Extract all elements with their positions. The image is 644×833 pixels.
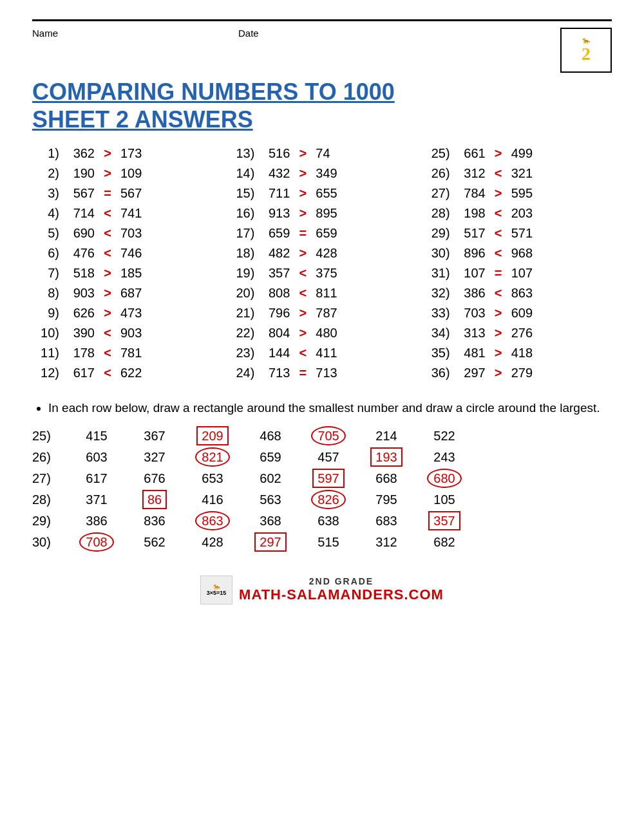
q-op: < <box>95 366 120 380</box>
q-val2: 609 <box>511 306 544 321</box>
main-title: COMPARING NUMBERS TO 1000 <box>32 78 612 106</box>
q-number: 30) <box>423 246 450 261</box>
q-val1: 107 <box>450 266 486 281</box>
rect-number: 209 <box>196 426 228 445</box>
row-number: 29) <box>32 514 68 529</box>
num-cell: 562 <box>126 535 184 550</box>
q-val1: 476 <box>59 246 95 261</box>
q-number: 20) <box>227 286 254 301</box>
q-val1: 518 <box>59 266 95 281</box>
circled-number: 821 <box>195 447 229 467</box>
num-cell: 428 <box>184 535 242 550</box>
rect-number: 597 <box>312 469 344 488</box>
answer-row: 21) 796 > 787 <box>227 306 416 321</box>
rect-number: 297 <box>254 532 286 552</box>
q-op: > <box>290 246 316 261</box>
name-date-area: Name Date <box>32 28 259 39</box>
q-number: 14) <box>227 166 254 181</box>
q-val2: 903 <box>120 326 153 341</box>
number-row: 30)708562428297515312682 <box>32 535 612 550</box>
q-val2: 703 <box>120 226 153 241</box>
answer-row: 29) 517 < 571 <box>423 226 612 241</box>
q-number: 12) <box>32 366 59 380</box>
q-val1: 913 <box>254 206 290 221</box>
q-val1: 690 <box>59 226 95 241</box>
num-cell: 603 <box>68 450 126 465</box>
q-op: < <box>95 206 120 221</box>
answer-row: 35) 481 > 418 <box>423 346 612 360</box>
q-val2: 418 <box>511 346 544 360</box>
q-op: > <box>486 366 511 380</box>
q-number: 33) <box>423 306 450 321</box>
q-val2: 571 <box>511 226 544 241</box>
answer-row: 16) 913 > 895 <box>227 206 416 221</box>
number-row: 28)37186416563826795105 <box>32 492 612 507</box>
q-val1: 626 <box>59 306 95 321</box>
date-label: Date <box>238 28 259 39</box>
q-op: > <box>95 286 120 301</box>
q-number: 13) <box>227 146 254 161</box>
q-val1: 896 <box>450 246 486 261</box>
answer-row: 34) 313 > 276 <box>423 326 612 341</box>
q-op: > <box>290 326 316 341</box>
answer-row: 2) 190 > 109 <box>32 166 221 181</box>
num-cell: 705 <box>299 429 357 444</box>
q-val2: 107 <box>511 266 544 281</box>
q-op: = <box>290 366 316 380</box>
num-cell: 297 <box>242 535 299 550</box>
num-cell: 468 <box>242 429 299 444</box>
q-val1: 617 <box>59 366 95 380</box>
num-cell: 457 <box>299 450 357 465</box>
footer-text: 2ND GRADE MATH-SALAMANDERS.COM <box>239 576 444 603</box>
answer-row: 14) 432 > 349 <box>227 166 416 181</box>
num-cell: 86 <box>126 492 184 507</box>
footer: 🐆3×5=15 2ND GRADE MATH-SALAMANDERS.COM <box>32 576 612 604</box>
rect-number: 357 <box>428 511 460 530</box>
num-cell: 617 <box>68 471 126 486</box>
answer-row: 9) 626 > 473 <box>32 306 221 321</box>
q-number: 17) <box>227 226 254 241</box>
q-val2: 746 <box>120 246 153 261</box>
q-op: = <box>290 226 316 241</box>
q-val1: 784 <box>450 186 486 201</box>
answers-grid: 1) 362 > 173 13) 516 > 74 25) 661 > 499 … <box>32 146 612 380</box>
num-cell: 312 <box>357 535 415 550</box>
q-val1: 714 <box>59 206 95 221</box>
answer-row: 20) 808 < 811 <box>227 286 416 301</box>
q-op: < <box>486 166 511 181</box>
answer-row: 24) 713 = 713 <box>227 366 416 380</box>
num-cell: 522 <box>415 429 473 444</box>
answer-row: 3) 567 = 567 <box>32 186 221 201</box>
answer-row: 33) 703 > 609 <box>423 306 612 321</box>
q-val1: 903 <box>59 286 95 301</box>
answer-row: 28) 198 < 203 <box>423 206 612 221</box>
q-val1: 198 <box>450 206 486 221</box>
name-label: Name <box>32 28 58 39</box>
q-val1: 386 <box>450 286 486 301</box>
row-number: 30) <box>32 535 68 550</box>
q-val2: 411 <box>316 346 348 360</box>
answer-row: 30) 896 < 968 <box>423 246 612 261</box>
q-number: 36) <box>423 366 450 380</box>
q-number: 28) <box>423 206 450 221</box>
q-op: < <box>95 246 120 261</box>
q-val1: 567 <box>59 186 95 201</box>
answer-row: 27) 784 > 595 <box>423 186 612 201</box>
q-val2: 185 <box>120 266 153 281</box>
circled-number: 863 <box>195 511 229 530</box>
q-op: > <box>486 146 511 161</box>
q-op: > <box>486 326 511 341</box>
q-number: 23) <box>227 346 254 360</box>
answer-row: 13) 516 > 74 <box>227 146 416 161</box>
num-cell: 515 <box>299 535 357 550</box>
q-val2: 787 <box>316 306 348 321</box>
q-val1: 796 <box>254 306 290 321</box>
q-op: > <box>290 186 316 201</box>
q-number: 6) <box>32 246 59 261</box>
q-op: < <box>290 286 316 301</box>
num-cell: 563 <box>242 492 299 507</box>
number-row: 29)386836863368638683357 <box>32 514 612 529</box>
bullet-section: In each row below, draw a rectangle arou… <box>32 398 612 418</box>
num-cell: 105 <box>415 492 473 507</box>
footer-site-rest: ATH-SALAMANDERS.COM <box>251 586 443 603</box>
